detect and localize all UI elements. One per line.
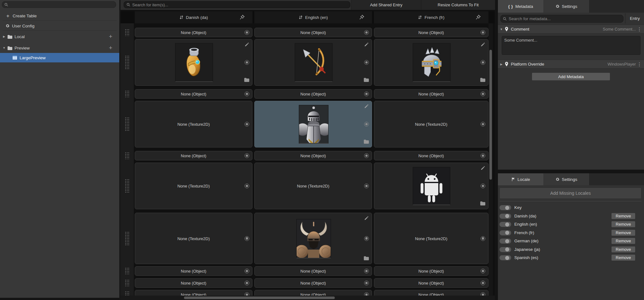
row-drag-handle[interactable] xyxy=(125,117,129,131)
edit-pencil-icon[interactable] xyxy=(364,104,369,109)
object-field-empty[interactable]: None (Object) xyxy=(135,89,252,99)
tab-metadata[interactable]: { } Metadata xyxy=(498,0,543,13)
sort-icon[interactable] xyxy=(298,15,303,20)
add-shared-entry-button[interactable]: Add Shared Entry xyxy=(351,0,421,10)
folder-icon[interactable] xyxy=(363,139,369,145)
object-picker-icon[interactable] xyxy=(481,92,485,96)
object-picker-icon[interactable] xyxy=(481,122,485,127)
object-field-empty[interactable]: None (Object) xyxy=(135,151,252,160)
object-picker-icon[interactable] xyxy=(481,281,485,286)
folder-icon[interactable] xyxy=(363,78,369,83)
horizontal-scrollbar[interactable] xyxy=(121,296,495,300)
folder-icon[interactable] xyxy=(244,78,249,83)
object-picker-icon[interactable] xyxy=(364,92,369,96)
table-search-input[interactable] xyxy=(2,1,116,8)
kebab-menu-icon[interactable]: ⋮ xyxy=(637,62,642,66)
locale-visibility-toggle[interactable] xyxy=(499,205,511,210)
locale-visibility-toggle[interactable] xyxy=(499,239,511,244)
texture-field-empty[interactable]: None (Texture2D) xyxy=(135,101,252,147)
object-picker-icon[interactable] xyxy=(245,122,249,127)
object-picker-icon[interactable] xyxy=(245,236,249,241)
object-picker-icon[interactable] xyxy=(245,153,249,158)
object-picker-icon[interactable] xyxy=(364,184,369,188)
add-table-collection-icon[interactable]: + xyxy=(109,33,112,40)
add-metadata-button[interactable]: Add Metadata xyxy=(532,72,610,81)
object-picker-icon[interactable] xyxy=(364,236,369,241)
object-field-empty[interactable]: None (Object) xyxy=(254,28,372,37)
row-drag-handle[interactable] xyxy=(125,90,129,97)
asset-cell-viking-warrior[interactable] xyxy=(254,213,372,264)
object-picker-icon[interactable] xyxy=(245,92,249,96)
row-drag-handle[interactable] xyxy=(125,232,129,245)
locale-visibility-toggle[interactable] xyxy=(499,222,511,227)
sidebar-item-local[interactable]: ▶Local+ xyxy=(0,32,119,42)
sort-icon[interactable] xyxy=(179,15,184,20)
entry-filter-button[interactable]: Entry xyxy=(625,13,644,24)
chevron-down-icon[interactable]: ▼ xyxy=(499,28,504,31)
locale-visibility-toggle[interactable] xyxy=(499,255,511,260)
metadata-search-input[interactable]: Search for metadata... xyxy=(500,15,623,23)
object-field-empty[interactable]: None (Object) xyxy=(254,89,372,99)
sidebar-item-large-preview[interactable]: LargePreview xyxy=(0,53,119,62)
object-picker-icon[interactable] xyxy=(481,269,485,274)
folder-icon[interactable] xyxy=(480,78,485,83)
object-picker-icon[interactable] xyxy=(245,30,249,35)
sidebar-item-create-table[interactable]: +Create Table xyxy=(0,11,119,20)
object-picker-icon[interactable] xyxy=(481,60,485,65)
resize-columns-button[interactable]: Resize Columns To Fit xyxy=(421,0,495,10)
object-picker-icon[interactable] xyxy=(245,60,249,65)
object-field-empty[interactable]: None (Object) xyxy=(374,278,488,288)
edit-pencil-icon[interactable] xyxy=(364,216,369,221)
object-field-empty[interactable]: None (Object) xyxy=(254,278,372,288)
object-picker-icon[interactable] xyxy=(245,184,249,188)
tab-settings[interactable]: Settings xyxy=(543,0,589,13)
texture-field-empty[interactable]: None (Texture2D) xyxy=(374,213,488,264)
row-drag-handle[interactable] xyxy=(125,280,129,286)
chevron-right-icon[interactable]: ▶ xyxy=(499,63,504,66)
edit-pencil-icon[interactable] xyxy=(481,165,485,171)
tab-settings[interactable]: Settings xyxy=(543,173,589,185)
folder-icon[interactable] xyxy=(363,256,369,261)
pin-column-icon[interactable] xyxy=(476,14,481,21)
object-picker-icon[interactable] xyxy=(364,153,369,158)
object-picker-icon[interactable] xyxy=(364,30,369,35)
object-picker-icon[interactable] xyxy=(364,281,369,286)
texture-field-empty[interactable]: None (Texture2D) xyxy=(254,163,372,209)
column-header-english-en[interactable]: English (en) xyxy=(254,11,372,23)
texture-field-empty[interactable]: None (Texture2D) xyxy=(135,163,252,209)
object-picker-icon[interactable] xyxy=(364,269,369,274)
tab-locale[interactable]: Locale xyxy=(498,173,543,185)
sidebar-item-preview[interactable]: ▼Preview+ xyxy=(0,43,119,53)
locale-visibility-toggle[interactable] xyxy=(499,247,511,252)
remove-locale-button[interactable]: Remove xyxy=(611,221,635,228)
asset-cell-golden-jug[interactable] xyxy=(135,39,252,86)
add-table-collection-icon[interactable]: + xyxy=(109,44,112,51)
add-missing-locales-button[interactable]: Add Missing Locales xyxy=(499,188,641,199)
vertical-scrollbar[interactable] xyxy=(488,23,493,296)
locale-visibility-toggle[interactable] xyxy=(499,230,511,235)
comment-textarea[interactable]: Some Comment... xyxy=(502,36,641,55)
sidebar-item-user-config[interactable]: User Config xyxy=(0,21,119,30)
remove-locale-button[interactable]: Remove xyxy=(611,213,635,219)
object-field-empty[interactable]: None (Object) xyxy=(254,266,372,276)
object-field-empty[interactable]: None (Object) xyxy=(135,266,252,276)
pin-column-icon[interactable] xyxy=(359,14,364,21)
edit-pencil-icon[interactable] xyxy=(481,42,485,48)
object-picker-icon[interactable] xyxy=(481,184,485,188)
vertical-scrollbar-thumb[interactable] xyxy=(489,50,492,180)
asset-cell-spiked-helmet[interactable] xyxy=(374,39,488,86)
object-field-empty[interactable]: None (Object) xyxy=(254,151,372,160)
edit-pencil-icon[interactable] xyxy=(364,42,369,48)
row-drag-handle[interactable] xyxy=(125,268,129,274)
locale-visibility-toggle[interactable] xyxy=(499,214,511,219)
row-drag-handle[interactable] xyxy=(125,55,129,69)
asset-cell-knight-armor[interactable] xyxy=(254,101,372,147)
row-drag-handle[interactable] xyxy=(125,179,129,193)
row-drag-handle[interactable] xyxy=(125,152,129,159)
object-field-empty[interactable]: None (Object) xyxy=(135,28,252,37)
edit-pencil-icon[interactable] xyxy=(245,42,249,48)
asset-cell-bow-and-arrow[interactable] xyxy=(254,39,372,86)
object-field-empty[interactable]: None (Object) xyxy=(135,278,252,288)
comment-section-header[interactable]: ▼ Comment Some Comment... ⋮ xyxy=(498,25,644,34)
platform-override-section-header[interactable]: ▶ Platform Override WindowsPlayer ⋮ xyxy=(498,60,644,69)
